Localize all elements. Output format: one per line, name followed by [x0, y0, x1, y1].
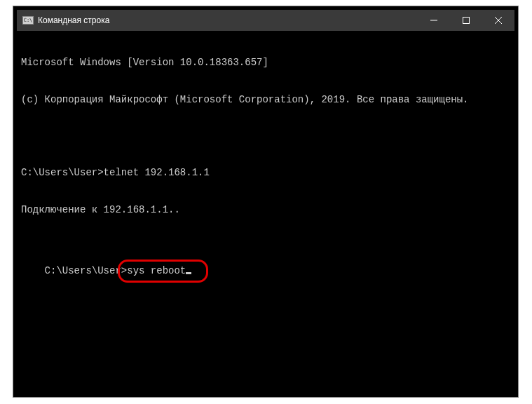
highlighted-command: sys reboot [127, 265, 191, 278]
cmd-icon-text: C:\ [24, 18, 33, 23]
minimize-icon [430, 17, 437, 24]
terminal-line: Microsoft Windows [Version 10.0.18363.65… [21, 57, 510, 69]
terminal-output[interactable]: Microsoft Windows [Version 10.0.18363.65… [17, 31, 514, 291]
cursor [186, 272, 191, 274]
command-prompt-window: C:\ Командная строка Microsoft [17, 10, 514, 393]
maximize-icon [463, 17, 470, 24]
svg-rect-1 [463, 18, 470, 24]
window-controls [418, 10, 514, 31]
titlebar[interactable]: C:\ Командная строка [17, 10, 514, 31]
minimize-button[interactable] [418, 10, 450, 31]
cmd-icon: C:\ [22, 16, 34, 25]
maximize-button[interactable] [450, 10, 482, 31]
close-button[interactable] [482, 10, 514, 31]
terminal-line: Подключение к 192.168.1.1.. [21, 204, 510, 217]
blank-line [21, 241, 510, 252]
prompt-text: C:\Users\User> [45, 265, 128, 276]
terminal-line: (c) Корпорация Майкрософт (Microsoft Cor… [21, 94, 510, 107]
terminal-line: C:\Users\User>telnet 192.168.1.1 [21, 167, 510, 180]
command-text: sys reboot [127, 265, 186, 276]
blank-line [21, 130, 510, 142]
window-title: Командная строка [38, 15, 418, 25]
close-icon [495, 17, 502, 24]
